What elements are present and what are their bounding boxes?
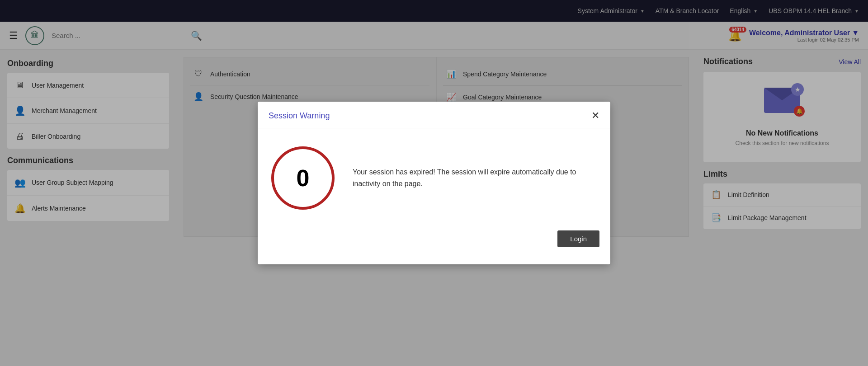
session-message: Your session has expired! The session wi… xyxy=(353,166,597,189)
modal-header: Session Warning ✕ xyxy=(258,102,610,128)
session-warning-modal: Session Warning ✕ 0 Your session has exp… xyxy=(258,102,610,264)
session-timer: 0 xyxy=(271,146,335,210)
modal-footer: Login xyxy=(258,223,610,258)
modal-overlay: Session Warning ✕ 0 Your session has exp… xyxy=(0,0,868,366)
modal-close-button[interactable]: ✕ xyxy=(591,110,599,122)
modal-body: 0 Your session has expired! The session … xyxy=(258,128,610,223)
login-button[interactable]: Login xyxy=(557,230,599,247)
modal-title: Session Warning xyxy=(269,111,330,121)
